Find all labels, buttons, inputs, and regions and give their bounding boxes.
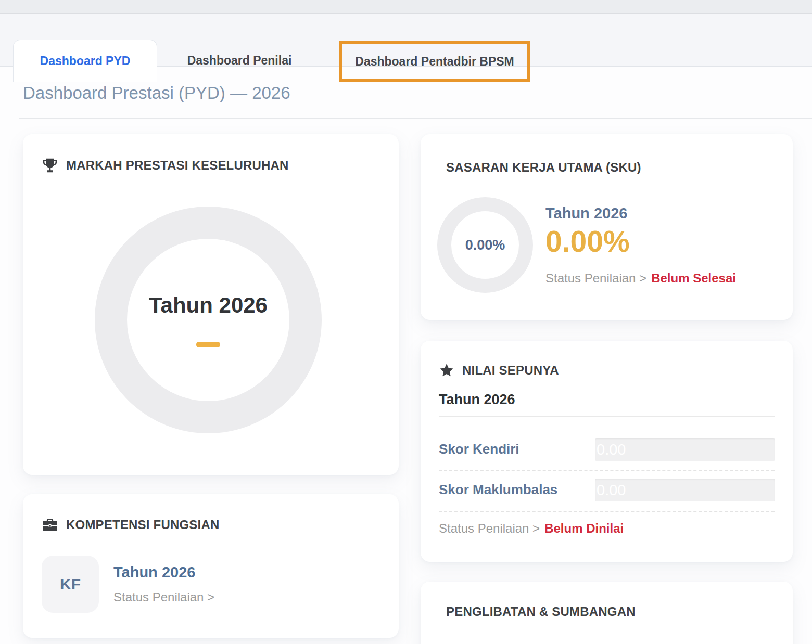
tab-dashboard-penilai[interactable]: Dashboard Penilai — [172, 41, 307, 80]
page-title: Dashboard Prestasi (PYD) — 2026 — [23, 83, 290, 103]
skor-maklumbalas-input — [595, 479, 775, 501]
status-label: Status Penilaian > — [545, 271, 646, 285]
tab-dashboard-pentadbir-bpsm[interactable]: Dashboard Pentadbir BPSM — [355, 55, 514, 69]
skor-kendiri-label: Skor Kendiri — [439, 441, 519, 457]
annotation-highlight-box: Dashboard Pentadbir BPSM — [339, 41, 530, 82]
card-title: SASARAN KERJA UTAMA (SKU) — [446, 160, 641, 175]
sku-year-label: Tahun 2026 — [545, 205, 736, 222]
star-icon — [439, 363, 454, 378]
kompetensi-year-link[interactable]: Tahun 2026 — [113, 564, 195, 581]
card-title: NILAI SEPUNYA — [462, 363, 559, 378]
card-penglibatan-sumbangan: PENGLIBATAN & SUMBANGAN — [421, 582, 793, 644]
card-sasaran-kerja-utama: SASARAN KERJA UTAMA (SKU) 0.00% Tahun 20… — [421, 134, 793, 320]
kf-badge: KF — [42, 556, 99, 613]
tab-bar: Dashboard PYD Dashboard Penilai Dashboar… — [0, 14, 812, 67]
tab-label: Dashboard Penilai — [187, 54, 292, 68]
card-title: KOMPETENSI FUNGSIAN — [66, 518, 219, 532]
card-nilai-sepunya: NILAI SEPUNYA Tahun 2026 Skor Kendiri Sk… — [421, 341, 793, 562]
window-top-strip — [0, 0, 812, 14]
overall-performance-donut: Tahun 2026 — [95, 207, 322, 433]
status-badge: Belum Dinilai — [544, 521, 624, 535]
sku-donut-value: 0.00% — [465, 237, 505, 253]
kompetensi-status-line: Status Penilaian > — [113, 590, 214, 604]
tab-dashboard-pyd[interactable]: Dashboard PYD — [13, 40, 157, 82]
card-markah-prestasi: MARKAH PRESTASI KESELURUHAN Tahun 2026 — [23, 134, 399, 475]
card-title: MARKAH PRESTASI KESELURUHAN — [66, 158, 289, 173]
skor-maklumbalas-label: Skor Maklumbalas — [439, 482, 557, 498]
divider — [439, 511, 775, 512]
donut-year-label: Tahun 2026 — [149, 293, 268, 318]
card-kompetensi-fungsian: KOMPETENSI FUNGSIAN KF Tahun 2026 Status… — [23, 494, 399, 638]
trophy-icon — [42, 157, 58, 174]
divider — [439, 416, 775, 417]
sku-status-line: Status Penilaian >Belum Selesai — [545, 271, 736, 286]
status-label: Status Penilaian > — [439, 521, 540, 535]
header-divider — [19, 118, 812, 119]
briefcase-icon — [42, 517, 58, 533]
status-badge: Belum Selesai — [651, 271, 736, 285]
nilai-status-line: Status Penilaian >Belum Dinilai — [439, 521, 624, 536]
sku-percent-value: 0.00% — [545, 226, 736, 257]
nilai-year-label: Tahun 2026 — [439, 392, 515, 408]
donut-empty-value-dash — [196, 342, 220, 347]
skor-kendiri-input — [595, 438, 775, 461]
card-title: PENGLIBATAN & SUMBANGAN — [446, 604, 636, 619]
sku-progress-donut: 0.00% — [437, 197, 533, 293]
tab-label: Dashboard PYD — [40, 54, 131, 68]
divider — [439, 470, 775, 471]
